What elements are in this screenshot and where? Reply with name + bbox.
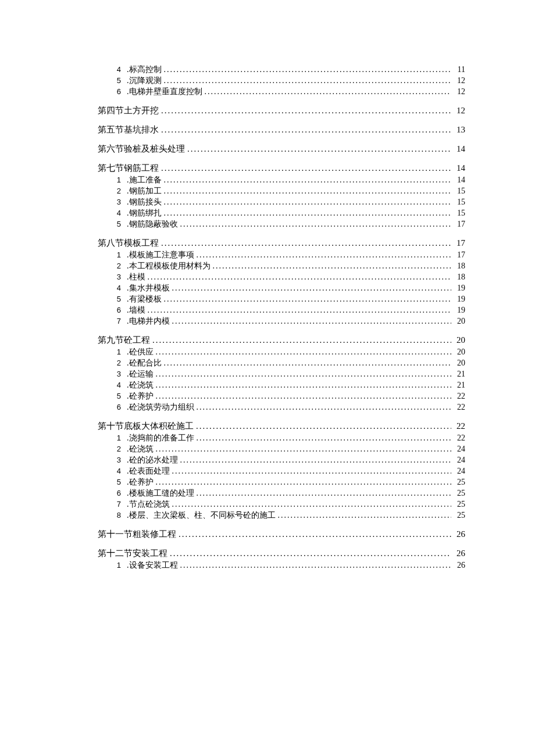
toc-subsection[interactable]: 4.集水井模板19 — [112, 284, 465, 292]
toc-page-number: 26 — [454, 530, 465, 539]
toc-page-number: 14 — [454, 164, 465, 173]
toc-subsection[interactable]: 1.砼供应20 — [112, 348, 465, 356]
toc-page-number: 25 — [454, 500, 465, 508]
toc-subsection[interactable]: 4.钢筋绑扎15 — [112, 209, 465, 217]
toc-subsection[interactable]: 5.砼养护22 — [112, 392, 465, 400]
toc-leader — [197, 403, 452, 411]
toc-title: .钢筋绑扎 — [127, 209, 162, 217]
toc-subsection[interactable]: 6.电梯井壁垂直度控制12 — [112, 88, 465, 96]
toc-leader — [161, 164, 451, 173]
toc-section[interactable]: 第八节模板工程17 — [98, 239, 465, 248]
toc-leader — [172, 284, 452, 292]
toc-page-number: 22 — [454, 403, 465, 411]
toc-ordinal: 1 — [112, 434, 121, 442]
toc-title: 第十二节安装工程 — [98, 549, 167, 558]
toc-page-number: 15 — [454, 187, 465, 195]
toc-leader — [164, 77, 452, 85]
toc-title: 第十一节粗装修工程 — [98, 530, 176, 539]
toc-leader — [180, 220, 452, 228]
toc-section[interactable]: 第七节钢筋工程14 — [98, 164, 465, 173]
toc-section[interactable]: 第十节底板大体积砼施工22 — [98, 422, 465, 431]
toc-page-number: 21 — [454, 370, 465, 378]
toc-subsection[interactable]: 7.电梯井内模20 — [112, 317, 465, 325]
toc-subsection[interactable]: 8.楼层、主次梁板、柱、不同标号砼的施工25 — [112, 511, 465, 519]
toc-page-number: 14 — [454, 145, 465, 153]
toc-page-number: 11 — [454, 66, 465, 74]
toc-subsection[interactable]: 2.砼浇筑24 — [112, 445, 465, 453]
toc-subsection[interactable]: 3.柱模18 — [112, 273, 465, 281]
toc-ordinal: 7 — [112, 317, 121, 325]
toc-page-number: 26 — [454, 561, 465, 569]
toc-page-number: 24 — [454, 467, 465, 475]
toc-leader — [179, 530, 451, 539]
toc-section[interactable]: 第五节基坑排水13 — [98, 126, 465, 134]
toc-subsection[interactable]: 5.有梁楼板19 — [112, 295, 465, 303]
toc-subsection[interactable]: 6.楼板施工缝的处理25 — [112, 489, 465, 497]
toc-section[interactable]: 第六节验桩及桩头处理14 — [98, 145, 465, 153]
toc-subsection[interactable]: 3.砼运输21 — [112, 370, 465, 378]
toc-page-number: 25 — [454, 511, 465, 519]
toc-ordinal: 2 — [112, 445, 121, 453]
toc-leader — [172, 317, 452, 325]
toc-page-number: 26 — [454, 549, 465, 558]
toc-subsection[interactable]: 5.砼养护25 — [112, 478, 465, 486]
toc-title: .沉降观测 — [127, 77, 162, 85]
toc-subsection[interactable]: 2.钢筋加工15 — [112, 187, 465, 195]
toc-page-number: 18 — [454, 273, 465, 281]
toc-title: 第四节土方开挖 — [98, 106, 159, 115]
toc-subsection[interactable]: 5.沉降观测12 — [112, 77, 465, 85]
toc-title: 第十节底板大体积砼施工 — [98, 422, 194, 431]
toc-leader — [161, 106, 451, 115]
toc-title: 第七节钢筋工程 — [98, 164, 159, 173]
toc-page-number: 13 — [454, 126, 465, 134]
toc-ordinal: 8 — [112, 511, 121, 519]
toc-title: .砼养护 — [127, 392, 154, 400]
toc-ordinal: 6 — [112, 489, 121, 497]
toc-leader — [278, 511, 452, 519]
toc-subsection[interactable]: 3.砼的泌水处理24 — [112, 456, 465, 464]
toc-subsection[interactable]: 1.施工准备14 — [112, 176, 465, 184]
toc-title: .楼板施工缝的处理 — [127, 489, 194, 497]
toc-subsection[interactable]: 4.砼浇筑21 — [112, 381, 465, 389]
toc-leader — [148, 306, 452, 314]
toc-title: .电梯井内模 — [127, 317, 170, 325]
toc-subsection[interactable]: 1.模板施工注意事项17 — [112, 251, 465, 259]
toc-page-number: 19 — [454, 306, 465, 314]
toc-page-number: 18 — [454, 262, 465, 270]
toc-ordinal: 4 — [112, 209, 121, 217]
toc-subsection[interactable]: 7.节点砼浇筑25 — [112, 500, 465, 508]
toc-title: .本工程模板使用材料为 — [127, 262, 211, 270]
toc-title: .砼浇筑 — [127, 381, 154, 389]
toc-section[interactable]: 第十一节粗装修工程26 — [98, 530, 465, 539]
toc-leader — [156, 348, 452, 356]
toc-page-number: 21 — [454, 381, 465, 389]
toc-subsection[interactable]: 3.钢筋接头15 — [112, 198, 465, 206]
toc-title: .浇捣前的准备工作 — [127, 434, 194, 442]
toc-ordinal: 5 — [112, 220, 121, 228]
toc-subsection[interactable]: 4.标高控制11 — [112, 66, 465, 74]
toc-section[interactable]: 第十二节安装工程26 — [98, 549, 465, 558]
toc-page-number: 25 — [454, 489, 465, 497]
toc-subsection[interactable]: 6.墙模19 — [112, 306, 465, 314]
toc-subsection[interactable]: 5.钢筋隐蔽验收17 — [112, 220, 465, 228]
toc-subsection[interactable]: 1.浇捣前的准备工作22 — [112, 434, 465, 442]
toc-page: 4.标高控制115.沉降观测126.电梯井壁垂直度控制12第四节土方开挖12第五… — [0, 0, 535, 756]
toc-subsection[interactable]: 4.砼表面处理24 — [112, 467, 465, 475]
toc-leader — [172, 500, 452, 508]
toc-page-number: 12 — [454, 106, 465, 115]
toc-title: .砼表面处理 — [127, 467, 170, 475]
toc-leader — [172, 467, 452, 475]
toc-subsection[interactable]: 2.砼配合比20 — [112, 359, 465, 367]
toc-title: .有梁楼板 — [127, 295, 162, 303]
toc-section[interactable]: 第四节土方开挖12 — [98, 106, 465, 115]
toc-subsection[interactable]: 1.设备安装工程26 — [112, 561, 465, 569]
toc-leader — [164, 359, 452, 367]
toc-section[interactable]: 第九节砼工程20 — [98, 336, 465, 345]
toc-ordinal: 1 — [112, 348, 121, 356]
toc-ordinal: 3 — [112, 198, 121, 206]
toc-subsection[interactable]: 6.砼浇筑劳动力组织22 — [112, 403, 465, 411]
toc-title: .集水井模板 — [127, 284, 170, 292]
toc-title: .设备安装工程 — [127, 561, 178, 569]
toc-subsection[interactable]: 2.本工程模板使用材料为18 — [112, 262, 465, 270]
toc-leader — [164, 295, 452, 303]
